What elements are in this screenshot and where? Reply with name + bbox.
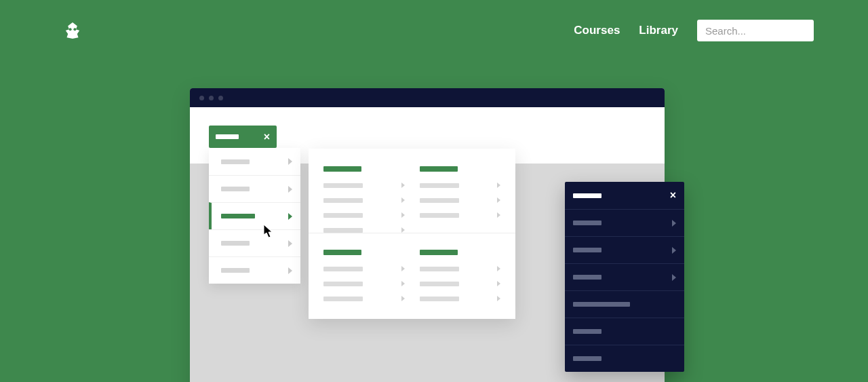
flyout-group (420, 166, 501, 218)
menu-item[interactable] (209, 175, 300, 202)
flyout-item[interactable] (420, 266, 501, 271)
placeholder-bar (573, 193, 601, 198)
dark-menu-item[interactable] (565, 318, 684, 345)
placeholder-bar (420, 198, 459, 203)
flyout-item[interactable] (323, 296, 405, 301)
flyout-item[interactable] (323, 266, 405, 271)
window-dot (209, 96, 214, 100)
dark-menu-item[interactable] (565, 209, 684, 236)
chevron-right-icon (401, 266, 405, 271)
flyout-item[interactable] (323, 281, 405, 286)
flyout-group (323, 166, 405, 233)
menu-item[interactable] (209, 148, 300, 175)
dropdown-toggle[interactable]: × (209, 126, 277, 148)
flyout-group (420, 250, 501, 301)
dark-menu-item[interactable] (565, 236, 684, 263)
placeholder-bar (323, 297, 363, 301)
placeholder-bar (323, 267, 363, 271)
chevron-right-icon (288, 158, 292, 165)
chevron-right-icon (401, 281, 405, 286)
close-icon[interactable]: × (670, 190, 676, 201)
placeholder-bar (216, 134, 239, 139)
svg-point-0 (69, 28, 72, 31)
dark-menu-item[interactable] (565, 345, 684, 372)
flyout-group (323, 250, 405, 301)
dark-menu-item[interactable] (565, 263, 684, 290)
menu-item[interactable] (209, 256, 300, 284)
chevron-right-icon (672, 274, 676, 281)
placeholder-bar (221, 187, 250, 191)
flyout-item[interactable] (323, 227, 405, 233)
svg-point-1 (73, 28, 76, 31)
chevron-right-icon (288, 267, 292, 274)
placeholder-bar (221, 159, 250, 164)
chevron-right-icon (672, 220, 676, 227)
chevron-right-icon (401, 197, 405, 203)
dropdown-root: × (209, 126, 300, 284)
nav-link-courses[interactable]: Courses (574, 24, 620, 37)
window-dot (199, 96, 204, 100)
placeholder-bar (573, 248, 601, 252)
flyout-heading (323, 166, 361, 172)
chevron-right-icon (401, 183, 405, 188)
menu-item[interactable] (209, 229, 300, 256)
chevron-right-icon (497, 212, 500, 218)
flyout-item[interactable] (323, 183, 405, 188)
placeholder-bar (573, 275, 601, 280)
top-navigation: Courses Library (0, 0, 868, 42)
placeholder-bar (420, 297, 459, 301)
flyout-item[interactable] (420, 197, 501, 203)
brand-logo[interactable] (61, 19, 84, 42)
placeholder-bar (323, 282, 363, 286)
chevron-right-icon (288, 186, 292, 193)
flyout-heading (323, 250, 361, 255)
dark-dropdown-menu: × (565, 182, 684, 372)
flyout-item[interactable] (323, 212, 405, 218)
dark-menu-item[interactable] (565, 290, 684, 318)
chevron-right-icon (497, 266, 500, 271)
chevron-right-icon (497, 281, 500, 286)
placeholder-bar (221, 268, 250, 273)
chevron-right-icon (497, 197, 500, 203)
placeholder-bar (323, 228, 363, 233)
placeholder-bar (420, 183, 459, 188)
placeholder-bar (573, 329, 601, 334)
window-titlebar (190, 88, 665, 107)
chevron-right-icon (497, 183, 500, 188)
placeholder-bar (323, 213, 363, 218)
flyout-item[interactable] (420, 212, 501, 218)
window-dot (218, 96, 223, 100)
placeholder-bar (420, 267, 459, 271)
placeholder-bar (573, 356, 601, 361)
dark-dropdown-header[interactable]: × (565, 182, 684, 209)
placeholder-bar (573, 302, 630, 307)
flyout-heading (420, 166, 458, 172)
placeholder-bar (420, 282, 459, 286)
close-icon[interactable]: × (264, 132, 270, 142)
chevron-right-icon (401, 227, 405, 233)
search-input[interactable] (697, 20, 814, 41)
placeholder-bar (573, 221, 601, 225)
nav-link-library[interactable]: Library (639, 24, 678, 37)
flyout-item[interactable] (420, 183, 501, 188)
chevron-right-icon (401, 296, 405, 301)
menu-item-active[interactable] (209, 202, 300, 229)
flyout-item[interactable] (420, 281, 501, 286)
placeholder-bar (221, 241, 250, 246)
submenu-flyout (309, 149, 515, 319)
flyout-divider (309, 233, 515, 233)
dropdown-menu (209, 148, 300, 284)
chevron-right-icon (401, 212, 405, 218)
placeholder-bar (420, 213, 459, 218)
chevron-right-icon (672, 247, 676, 254)
flyout-item[interactable] (323, 197, 405, 203)
chevron-right-icon (497, 296, 500, 301)
chevron-right-icon (288, 213, 292, 220)
placeholder-bar (323, 198, 363, 203)
chevron-right-icon (288, 240, 292, 247)
flyout-heading (420, 250, 458, 255)
flyout-item[interactable] (420, 296, 501, 301)
placeholder-bar (221, 214, 255, 218)
placeholder-bar (323, 183, 363, 188)
